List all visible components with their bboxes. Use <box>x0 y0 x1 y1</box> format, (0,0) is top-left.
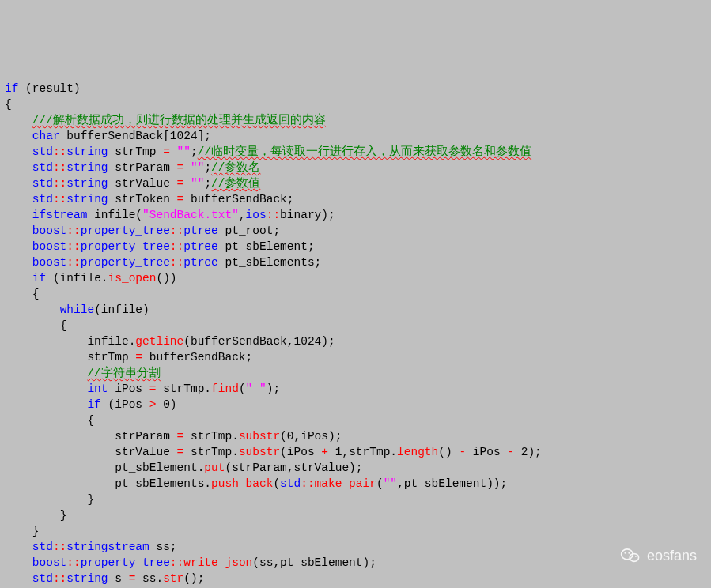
text: strParam <box>115 430 176 443</box>
paren: ( <box>239 383 246 395</box>
type-ptree: ptree <box>183 240 218 253</box>
brace: } <box>60 509 67 522</box>
text: 2); <box>514 446 542 458</box>
scope-op: :: <box>170 256 183 269</box>
svg-point-2 <box>624 552 626 554</box>
text: strTmp. <box>183 430 239 443</box>
ns-property-tree: property_tree <box>81 224 170 237</box>
scope-op: :: <box>170 224 183 237</box>
indent <box>5 145 32 158</box>
fn-put: put <box>204 462 225 474</box>
text: pt_sbElement. <box>115 462 204 474</box>
text: (iPos <box>280 446 321 458</box>
text: (0,iPos); <box>280 430 342 443</box>
string-literal: "SendBack.txt" <box>142 209 239 221</box>
scope-op: :: <box>53 161 66 174</box>
indent <box>5 414 87 427</box>
ns-std: std <box>280 477 301 490</box>
semicolon: ; <box>204 177 211 190</box>
indent <box>5 509 60 522</box>
indent <box>5 383 87 395</box>
text: ss. <box>135 572 163 585</box>
op-eq: = <box>135 351 142 364</box>
brace: { <box>60 319 67 332</box>
type-string: string <box>66 145 108 158</box>
semicolon: ; <box>191 145 198 158</box>
fn-length: length <box>397 446 438 458</box>
var: pt_root; <box>218 224 280 237</box>
text: (result) <box>18 82 80 95</box>
svg-point-3 <box>628 552 630 554</box>
op-eq: = <box>177 161 184 174</box>
indent <box>5 130 32 142</box>
comment: //参数名 <box>211 161 260 174</box>
ns-property-tree: property_tree <box>81 240 170 253</box>
brace: { <box>5 98 12 111</box>
fn-getline: getline <box>135 335 183 348</box>
text: infile. <box>87 335 135 348</box>
indent <box>5 193 32 205</box>
type-stringstream: stringstream <box>66 541 149 553</box>
op-eq: = <box>177 177 184 190</box>
indent <box>5 319 60 332</box>
var: iPos <box>108 383 149 395</box>
fn-is-open: is_open <box>108 272 157 285</box>
var: strTmp <box>108 145 164 158</box>
scope-op: :: <box>66 256 80 269</box>
type-string: string <box>66 177 108 190</box>
fn-str: str <box>163 572 183 585</box>
ns-boost: boost <box>32 556 67 569</box>
keyword-if: if <box>32 272 46 285</box>
text: 0) <box>156 398 176 411</box>
type-ptree: ptree <box>183 256 218 269</box>
type-ifstream: ifstream <box>32 209 88 221</box>
string-literal: " " <box>246 383 267 395</box>
watermark-text: eosfans <box>647 548 697 564</box>
indent <box>5 477 115 490</box>
ns-std: std <box>32 541 53 553</box>
text: ()) <box>156 272 176 285</box>
indent <box>5 446 115 458</box>
text: binary <box>280 209 321 221</box>
indent <box>5 335 87 348</box>
string-literal: "" <box>170 145 191 158</box>
fn-write-json: write_json <box>183 556 252 569</box>
indent <box>5 209 32 221</box>
indent <box>5 351 87 364</box>
indent <box>5 462 115 474</box>
ns-std: std <box>32 177 53 190</box>
op-eq: = <box>163 145 170 158</box>
var: strToken <box>108 193 177 205</box>
fn-substr: substr <box>239 446 280 458</box>
ns-ios: ios <box>246 209 267 221</box>
keyword-char: char <box>32 130 60 142</box>
scope-op: :: <box>53 145 66 158</box>
string-literal: "" <box>183 177 204 190</box>
ns-std: std <box>32 145 53 158</box>
indent <box>5 288 32 300</box>
ns-std: std <box>32 161 53 174</box>
op-minus: - <box>507 446 514 458</box>
scope-op: :: <box>53 572 66 585</box>
fn-substr: substr <box>239 430 280 443</box>
ns-boost: boost <box>32 256 67 269</box>
op-plus: + <box>321 446 328 458</box>
indent <box>5 177 32 190</box>
indent <box>5 114 32 126</box>
type-string: string <box>66 161 108 174</box>
comment: //临时变量，每读取一行进行存入，从而来获取参数名和参数值 <box>198 145 531 158</box>
indent <box>5 541 32 553</box>
svg-point-5 <box>635 556 637 557</box>
fn-push-back: push_back <box>211 477 273 490</box>
scope-op: :: <box>66 240 80 253</box>
scope-op: :: <box>66 224 80 237</box>
text: infile( <box>87 209 142 221</box>
watermark: eosfans <box>620 545 697 566</box>
fn-find: find <box>211 383 239 395</box>
wechat-icon <box>620 545 641 566</box>
scope-op: :: <box>66 556 80 569</box>
indent <box>5 398 87 411</box>
var: strValue <box>108 177 177 190</box>
brace: { <box>87 414 94 427</box>
code-editor-viewport[interactable]: if (result) { ///解析数据成功，则进行数据的处理并生成返回的内容… <box>0 63 711 588</box>
